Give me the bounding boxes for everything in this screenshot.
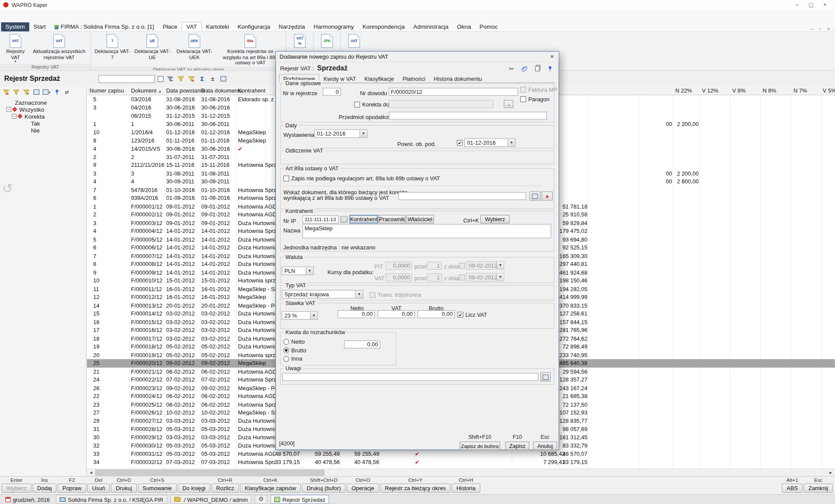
zapisz-button[interactable]: Zapisz xyxy=(505,441,529,450)
kontrahent-toggle-button[interactable]: Kontrahent xyxy=(349,215,378,224)
nr-dowodu-field[interactable]: F/000020/12 xyxy=(389,88,518,96)
art89-browse-button[interactable] xyxy=(529,192,541,201)
tree-item-nie[interactable]: Nie xyxy=(0,127,85,134)
zapisz-do-bufora-button[interactable]: Zapisz do bufora xyxy=(460,441,500,450)
grid-plus-icon[interactable]: + xyxy=(42,88,51,96)
korekta-do-browse-button[interactable]: → xyxy=(504,100,513,108)
status-button-abs[interactable]: ABS xyxy=(782,484,803,493)
pin-icon[interactable] xyxy=(545,64,554,73)
taskbar-item-5[interactable]: Rejestr Sprzedaż xyxy=(271,495,329,504)
taskbar-item-3[interactable]: ./ WAPRO_DEMO / admin xyxy=(170,495,251,504)
status-button-rozlicz[interactable]: Rozlicz xyxy=(211,484,239,493)
menu-tab-okna[interactable]: Okna xyxy=(453,22,475,31)
art89-document-field[interactable] xyxy=(398,192,526,200)
column-header-right-2[interactable]: V 12% xyxy=(702,87,718,94)
dialog-close-icon[interactable]: × xyxy=(548,53,557,60)
powst-ob-pod-checkbox[interactable] xyxy=(457,140,463,146)
scroll-right-icon[interactable]: ► xyxy=(827,470,835,475)
nazwa-field[interactable]: MegaSklep xyxy=(303,224,551,239)
status-button-klasyfikacje-zapisów[interactable]: Klasyfikacje zapisów xyxy=(240,484,301,493)
arrows-icon[interactable]: ⇄ xyxy=(62,88,71,96)
plus-minus-icon[interactable]: ± xyxy=(208,74,217,83)
dialog-tab-kwoty-w-vat[interactable]: Kwoty w VAT xyxy=(319,74,360,83)
menu-tab-vat[interactable]: VAT xyxy=(181,22,201,31)
pracownik-toggle-button[interactable]: Pracownik xyxy=(379,215,405,224)
taskbar-item-1[interactable]: grudzień, 2016 xyxy=(2,495,53,503)
taskbar-item-4[interactable]: ⚙ xyxy=(255,495,267,504)
close-icon[interactable]: × xyxy=(818,0,832,9)
przedmiot-field[interactable] xyxy=(389,112,547,119)
status-button-usuń[interactable]: Usuń xyxy=(87,484,110,493)
column-header-5[interactable]: Kontrahent xyxy=(238,87,265,94)
sum-icon[interactable]: Σ xyxy=(197,74,207,83)
column-header-right-3[interactable]: V 8% xyxy=(732,87,746,94)
status-button-drukuj-bufor-[interactable]: Drukuj (bufor) xyxy=(302,484,346,493)
status-button-operacje[interactable]: Operacje xyxy=(347,484,379,493)
status-button-historia[interactable]: Historia xyxy=(452,484,481,493)
vat-refresh-button[interactable]: VATAktualizacja wszystkich rejestrów VAT xyxy=(29,33,89,60)
menu-tab-firma-solidna-firma-sp-z-o-o-1[interactable]: FIRMA : Solidna Firma Sp. z o.o. [1] xyxy=(50,22,158,31)
menu-tab-harmonogramy[interactable]: Harmonogramy xyxy=(309,22,358,31)
scroll-left-icon[interactable]: ◄ xyxy=(87,470,95,475)
column-header-1[interactable]: Numer zapisu xyxy=(90,87,124,94)
search-option-checkbox[interactable] xyxy=(157,76,163,82)
menu-tab-narz-dzia[interactable]: Narzędzia xyxy=(274,22,309,31)
taskbar-item-2[interactable]: Solidna Firma Sp. z o.o. / KSIĘGA PiR xyxy=(56,495,167,504)
typ-vat-select[interactable]: Sprzedaż krajowa▾ xyxy=(282,290,363,298)
status-button-popraw[interactable]: Popraw xyxy=(58,484,87,493)
menu-tab-administracja[interactable]: Administracja xyxy=(409,22,453,31)
vat-button[interactable]: VAT xyxy=(342,33,366,50)
status-button-do-księgi[interactable]: Do księgi xyxy=(178,484,210,493)
netto-field[interactable]: 0,00 xyxy=(337,310,375,318)
column-header-right-1[interactable]: N 22% xyxy=(675,87,692,94)
vat-field[interactable]: 0,00 xyxy=(377,310,415,318)
stawka-vat-select[interactable]: 23 %▾ xyxy=(282,311,318,320)
menu-tab-system[interactable]: System xyxy=(1,22,29,31)
column-header-3[interactable]: Data powstania xyxy=(166,87,205,94)
dialog-tab-historia-dokumentu[interactable]: Historia dokumentu xyxy=(430,74,486,83)
vatue-button[interactable]: UEDeklaracja VAT-UE xyxy=(132,33,173,60)
menu-tab-korespondencja[interactable]: Korespondencja xyxy=(358,22,409,31)
menu-tab-konfiguracja[interactable]: Konfiguracja xyxy=(233,22,274,31)
cut-icon[interactable]: ✂ xyxy=(507,64,516,73)
pin-icon[interactable] xyxy=(52,88,61,96)
vat7-button[interactable]: 7Deklaracja VAT-7 xyxy=(93,33,132,60)
filter-edit-icon[interactable]: + xyxy=(166,74,175,83)
paragon-checkbox[interactable]: Paragon xyxy=(520,96,549,102)
art89-clear-button[interactable]: × xyxy=(541,192,553,201)
horizontal-scrollbar[interactable]: ◄ ► xyxy=(87,469,835,476)
menu-tab-kartoteki[interactable]: Kartoteki xyxy=(202,22,234,31)
kwota-inna-radio[interactable]: Inna xyxy=(283,355,302,362)
licz-vat-checkbox[interactable]: Licz VAT xyxy=(458,311,487,318)
filter-icon[interactable] xyxy=(176,74,185,83)
scrollbar-thumb[interactable] xyxy=(95,470,324,475)
vatuek-button[interactable]: UEKDeklaracja VAT-UEK xyxy=(173,33,216,60)
filter-clear-icon[interactable]: × xyxy=(187,74,196,83)
vat-register-button[interactable]: VATRejestry VAT▾ xyxy=(2,33,30,64)
uwagi-browse-button[interactable] xyxy=(541,372,551,381)
grid-icon[interactable] xyxy=(219,74,228,83)
filter-icon[interactable] xyxy=(12,88,21,96)
column-header-right-4[interactable]: N 8% xyxy=(762,87,776,94)
kwota-netto-radio[interactable]: Netto xyxy=(283,338,304,345)
wystawienia-date-picker[interactable]: 01-12-2016▾ xyxy=(314,129,367,138)
faktura-mp-checkbox[interactable]: Faktura MP xyxy=(520,86,557,93)
copy-icon[interactable] xyxy=(533,64,542,73)
tree-item-wszystko[interactable]: −Wszystko xyxy=(0,106,85,113)
tree-item-tak[interactable]: Tak xyxy=(0,120,85,127)
menu-tab-p-ace[interactable]: Płace xyxy=(158,22,181,31)
nip-field[interactable]: 111-111-11-13 xyxy=(303,216,339,223)
maximize-icon[interactable]: ▢ xyxy=(804,0,818,9)
currency-select[interactable]: PLN▾ xyxy=(282,266,314,275)
minimize-icon[interactable]: – xyxy=(790,0,804,9)
table-row[interactable]: 33F/000031/1205-03-201205-03-2012Hurtown… xyxy=(87,450,835,458)
art89-checkbox[interactable]: Zapis nie podlega regulacjom art. 89a lu… xyxy=(283,175,440,182)
powst-ob-pod-date-picker[interactable]: 01-12-2016▾ xyxy=(464,138,516,147)
mdi-minimize-icon[interactable]: – xyxy=(807,26,816,31)
vat89-button[interactable]: 89aKorekta rejestrów ze względu na art 8… xyxy=(216,33,284,66)
vat-percent-button[interactable]: VAT % xyxy=(288,33,311,50)
tree-item-korekta[interactable]: −Korekta xyxy=(0,113,85,120)
uwagi-field[interactable] xyxy=(282,373,538,381)
column-header-right-5[interactable]: N 7% xyxy=(794,87,807,94)
mdi-restore-icon[interactable]: ▫ xyxy=(816,26,825,31)
